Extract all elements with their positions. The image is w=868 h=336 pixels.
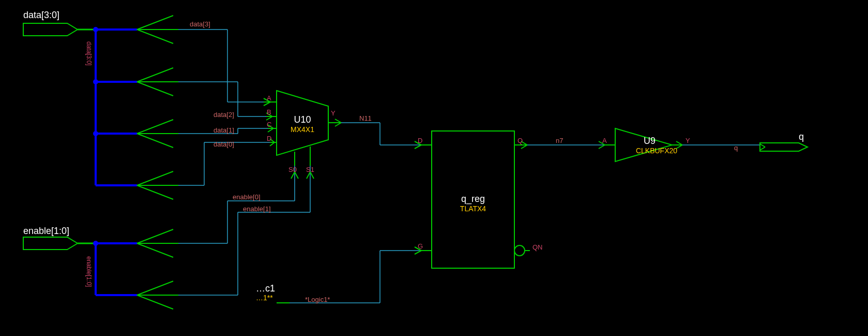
net-label-data3: data[3] [190, 20, 210, 28]
net-label-logic1: *Logic1* [305, 296, 330, 303]
u9-type: CLKBUFX20 [636, 147, 677, 155]
u10-pin-c: C [267, 121, 271, 128]
ripper-arrow-data1 [137, 120, 178, 148]
net-label-en1: enable[1] [243, 205, 271, 213]
u9-pin-y: Y [686, 137, 690, 144]
input-port-data[interactable]: data[3:0] [23, 10, 78, 36]
net-label-data1: data[1] [214, 126, 234, 134]
u10-pin-a: A [267, 94, 271, 102]
svg-point-11 [514, 245, 525, 256]
u10-type: MX4X1 [291, 125, 314, 134]
net-label-data2: data[2] [214, 111, 234, 119]
c1-type: …1** [256, 294, 273, 302]
u10-pin-d: D [267, 135, 271, 142]
u10-pin-s1: S1 [306, 166, 314, 173]
net-label-en0: enable[0] [233, 193, 261, 201]
ripper-arrow-en1 [137, 281, 178, 309]
u10-name: U10 [294, 114, 311, 125]
qreg-pin-q: Q [517, 137, 523, 144]
cell-c1[interactable]: …c1 …1** [256, 283, 275, 302]
u10-pin-b: B [267, 108, 271, 116]
port-data-label: data[3:0] [23, 10, 59, 20]
net-label-n7: n7 [556, 137, 563, 144]
u9-pin-a: A [602, 137, 607, 144]
ripper-arrow-data3 [137, 16, 178, 43]
bus-label-enable: enable[1:0] [85, 256, 93, 287]
net-label-q: q [734, 144, 738, 152]
ripper-arrow-en0 [137, 229, 178, 257]
port-q-label: q [799, 132, 804, 142]
output-port-q[interactable]: q [760, 132, 808, 151]
ripper-arrow-data2 [137, 68, 178, 96]
cell-qreg[interactable]: q_reg TLATX4 D G Q QN [418, 131, 543, 268]
schematic-canvas[interactable]: data[3:0] data[3:0] data[3] data[2] data… [0, 0, 868, 336]
net-label-data0: data[0] [214, 140, 234, 148]
port-enable-label: enable[1:0] [23, 226, 69, 236]
input-port-enable[interactable]: enable[1:0] [23, 226, 78, 250]
u10-pin-y: Y [331, 109, 336, 117]
u10-pin-s0: S0 [288, 166, 297, 173]
qreg-pin-g: G [418, 242, 423, 250]
u9-name: U9 [644, 136, 656, 146]
qreg-name: q_reg [461, 194, 485, 204]
cell-u9[interactable]: U9 CLKBUFX20 A Y [602, 128, 690, 162]
qreg-pin-qn: QN [532, 243, 543, 251]
bus-label-data: data[3:0] [85, 41, 93, 66]
cell-u10[interactable]: U10 MX4X1 A B C D Y S0 S1 [264, 91, 341, 173]
qreg-type: TLATX4 [460, 204, 486, 213]
net-label-n11: N11 [359, 114, 372, 122]
c1-name: …c1 [256, 283, 275, 294]
ripper-arrow-data0 [137, 171, 178, 199]
qreg-pin-d: D [418, 137, 422, 144]
